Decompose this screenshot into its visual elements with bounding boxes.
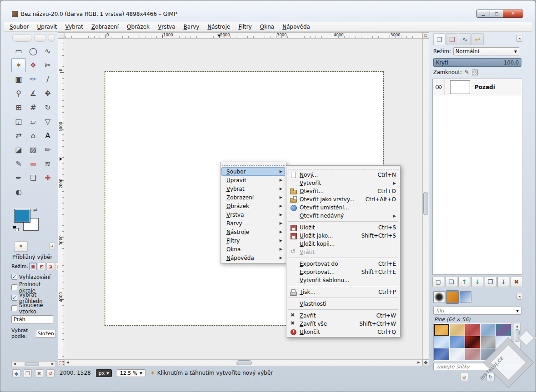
mode-replace-button[interactable]: ■ xyxy=(29,263,37,270)
menubar-item-napoveda[interactable]: Nápověda xyxy=(278,23,314,31)
menubar-item-obrazek[interactable]: Obrázek xyxy=(123,23,154,31)
gradients-tab[interactable] xyxy=(460,291,471,303)
tool-options-tab[interactable]: ✶ xyxy=(14,241,28,252)
tearoff-handle[interactable] xyxy=(288,167,399,169)
foreground-select-tool[interactable]: ▣ xyxy=(11,72,26,86)
scissors-select-tool[interactable]: ✂ xyxy=(40,58,55,72)
file-menu-item-ulozit-jako[interactable]: Uložit jako...Shift+Ctrl+S xyxy=(287,232,399,240)
file-menu-item-zavrit-vse[interactable]: Zavřít všeShift+Ctrl+W xyxy=(287,320,399,328)
select-by-color-tool[interactable]: ❖ xyxy=(26,58,40,72)
file-menu-item-ulozit-kopii[interactable]: Uložit kopii... xyxy=(287,240,399,248)
delete-tool-options-button[interactable]: ✖ xyxy=(35,369,43,377)
quick-mask-button[interactable] xyxy=(58,359,64,366)
file-menu-item-otevrit[interactable]: Otevřít...Ctrl+O xyxy=(287,187,399,195)
menubar-item-vrstva[interactable]: Vrstva xyxy=(154,23,180,31)
paintbrush-tool[interactable]: ✎ xyxy=(11,157,26,171)
select-by-dropdown[interactable]: Složen xyxy=(36,330,56,337)
pattern-scrollbar[interactable]: ▲ ▼ xyxy=(514,323,521,361)
rotate-tool[interactable]: ↻ xyxy=(40,100,55,114)
context-menu-item-vybrat[interactable]: Vybrat▶ xyxy=(221,184,285,193)
threshold-slider[interactable]: Práh xyxy=(11,315,53,323)
zoom-tool[interactable]: ⚲ xyxy=(11,86,26,100)
pattern-swatch[interactable] xyxy=(465,336,480,348)
pattern-filter-dropdown[interactable]: filtr ▾ xyxy=(433,307,521,315)
swap-colors-icon[interactable]: ⇄ xyxy=(33,207,37,212)
layer-thumbnail[interactable] xyxy=(450,80,470,94)
menubar-item-vybrat[interactable]: Vybrat xyxy=(61,23,87,31)
menubar-item-barvy[interactable]: Barvy xyxy=(180,23,204,31)
close-button[interactable]: ✕ xyxy=(503,10,523,18)
checkbox-sloucene-vzorko[interactable] xyxy=(11,305,17,311)
anchor-layer-button[interactable]: ↧ xyxy=(497,277,509,287)
pattern-swatch-pine[interactable] xyxy=(434,324,449,336)
file-menu-item-otevrit-umisteni[interactable]: Otevřít umístění... xyxy=(287,203,399,212)
delete-layer-button[interactable]: ✖ xyxy=(511,277,522,287)
perspective-tool[interactable]: ▽ xyxy=(40,114,55,129)
channels-tab[interactable]: ❒ xyxy=(446,33,458,45)
context-menu-item-filtry[interactable]: Filtry▶ xyxy=(221,236,285,245)
scroll-up-icon[interactable]: ▲ xyxy=(514,323,520,328)
context-menu-item-vrstva[interactable]: Vrstva▶ xyxy=(221,210,285,219)
horizontal-ruler[interactable]: 010002000300040005000 xyxy=(64,32,422,39)
file-menu-item-zavrit[interactable]: ZavřítCtrl+W xyxy=(287,312,399,320)
context-menu-item-okna[interactable]: Okna▶ xyxy=(221,245,285,253)
scale-tool[interactable]: ◲ xyxy=(11,114,26,129)
tearoff-handle[interactable] xyxy=(222,163,285,166)
context-menu-item-barvy[interactable]: Barvy▶ xyxy=(221,219,285,228)
lower-layer-button[interactable]: ↓ xyxy=(471,277,483,287)
file-menu-item-novy[interactable]: Nový...Ctrl+N xyxy=(287,171,399,179)
checkbox-prolnout-okraje[interactable] xyxy=(11,284,17,290)
opacity-slider[interactable]: Krytí 100.0 xyxy=(433,58,521,67)
checkbox-vybrat-pruhledn[interactable]: ✓ xyxy=(11,295,17,301)
measure-tool[interactable]: ∡ xyxy=(26,86,40,100)
flip-tool[interactable]: ⇄ xyxy=(11,129,26,143)
file-menu-item-vytvorit-sablonu[interactable]: Vytvořit šablonu... xyxy=(287,276,399,284)
context-menu-item-obrazek[interactable]: Obrázek▶ xyxy=(221,202,285,210)
menubar-item-upravit[interactable]: Upravit xyxy=(33,23,61,31)
pattern-swatch[interactable] xyxy=(465,324,480,336)
vertical-ruler[interactable]: 01000200030004000 xyxy=(58,39,64,359)
shear-tool[interactable]: ▱ xyxy=(26,114,40,129)
navigation-button[interactable]: ✥ xyxy=(422,359,429,366)
scroll-left-icon[interactable]: ◀ xyxy=(12,362,17,367)
heal-tool[interactable]: ✚ xyxy=(40,171,55,185)
restore-tool-options-button[interactable]: ❒ xyxy=(24,369,32,377)
context-menu-item-napoveda[interactable]: Nápověda▶ xyxy=(221,253,285,262)
menubar-item-nastroje[interactable]: Nástroje xyxy=(203,23,234,31)
pattern-swatch[interactable] xyxy=(434,336,449,348)
ruler-corner-button[interactable] xyxy=(58,32,64,39)
scroll-right-icon[interactable]: ▶ xyxy=(50,362,55,367)
tool-options-scrollbar[interactable]: ◀ ▶ xyxy=(11,361,56,367)
file-menu-item-vlastnosti[interactable]: Vlastnosti xyxy=(287,300,399,308)
pattern-swatch[interactable] xyxy=(481,336,496,348)
scrollbar-thumb[interactable] xyxy=(236,360,252,365)
pattern-swatch[interactable] xyxy=(496,348,511,360)
collapse-dock-arrow[interactable]: ◂ xyxy=(516,35,522,42)
scrollbar-thumb[interactable] xyxy=(423,192,428,215)
layer-row[interactable]: Pozadí xyxy=(433,79,522,95)
brushes-tab[interactable] xyxy=(433,291,445,303)
paths-tool[interactable]: ✑ xyxy=(26,72,40,86)
pattern-swatch[interactable] xyxy=(465,348,480,360)
layer-name[interactable]: Pozadí xyxy=(475,84,495,90)
layer-mode-dropdown[interactable]: Normální ▾ xyxy=(453,47,519,55)
file-menu-item-exportovat-do[interactable]: Exportovat doCtrl+E xyxy=(287,260,399,268)
free-select-tool[interactable]: ∿ xyxy=(40,44,55,58)
pattern-swatch[interactable] xyxy=(496,324,511,336)
scroll-left-icon[interactable]: ◀ xyxy=(65,360,71,366)
context-menu-item-upravit[interactable]: Upravit▶ xyxy=(221,176,285,184)
context-menu-item-zobrazeni[interactable]: Zobrazení▶ xyxy=(221,193,285,202)
paths-tab[interactable]: ∿ xyxy=(459,33,471,45)
pattern-swatch[interactable] xyxy=(450,336,465,348)
scroll-down-icon[interactable]: ▼ xyxy=(514,356,520,361)
ellipse-select-tool[interactable]: ◯ xyxy=(26,44,40,58)
toolbox-grip[interactable] xyxy=(48,34,55,42)
mode-subtract-button[interactable]: ◪ xyxy=(46,263,54,270)
context-menu-item-soubor[interactable]: Soubor▶ xyxy=(221,167,285,176)
menubar-item-soubor[interactable]: Soubor xyxy=(5,23,33,31)
file-menu-item-ulozit[interactable]: UložitCtrl+S xyxy=(287,223,399,232)
patterns-tab[interactable] xyxy=(446,291,458,303)
file-menu-item-otevrit-nedavny[interactable]: Otevřít nedávný▶ xyxy=(287,212,399,220)
context-menu-item-nastroje[interactable]: Nástroje▶ xyxy=(221,228,285,236)
pattern-swatch[interactable] xyxy=(496,336,511,348)
